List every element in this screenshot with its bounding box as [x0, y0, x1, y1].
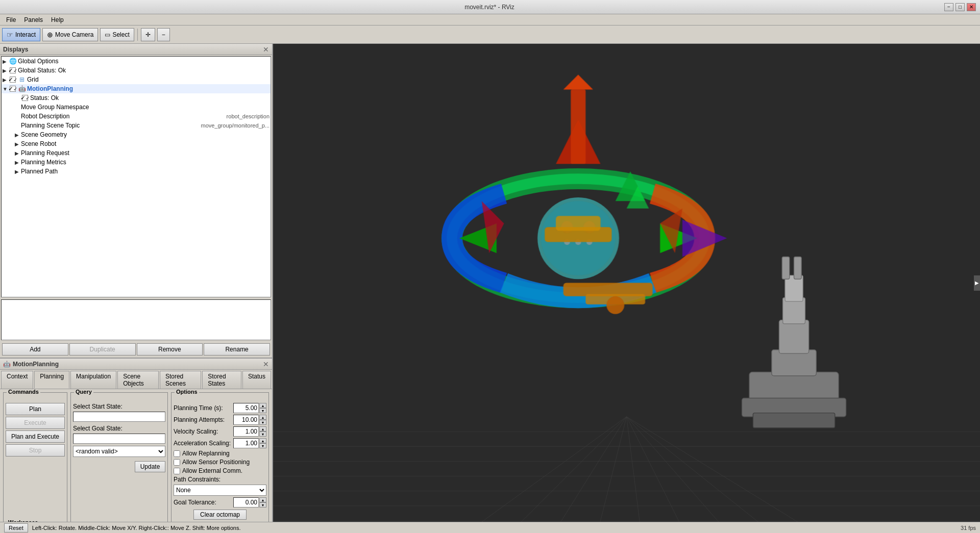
tree-item-scene-robot[interactable]: ▶ Scene Robot: [2, 139, 271, 148]
menu-panels[interactable]: Panels: [20, 15, 47, 24]
check-global-status[interactable]: ✓: [10, 67, 16, 73]
acceleration-scaling-up[interactable]: ▲: [259, 438, 266, 443]
interact-button[interactable]: ☞ Interact: [2, 28, 40, 41]
tree-label-scene-robot: Scene Robot: [21, 140, 270, 147]
window-controls[interactable]: − □ ✕: [944, 3, 976, 11]
svg-rect-42: [556, 216, 600, 231]
stop-button[interactable]: Stop: [6, 444, 65, 456]
planning-time-input[interactable]: [233, 403, 259, 413]
tree-item-planning-scene[interactable]: Planning Scene Topic move_group/monitore…: [2, 121, 271, 130]
planning-attempts-down[interactable]: ▼: [259, 420, 266, 425]
plan-button[interactable]: Plan: [6, 403, 65, 415]
tree-item-move-group-ns[interactable]: Move Group Namespace: [2, 103, 271, 112]
move-camera-button[interactable]: ⊕ Move Camera: [42, 28, 98, 41]
tree-label-grid: Grid: [27, 76, 270, 83]
minimize-button[interactable]: −: [944, 3, 953, 11]
tree-item-motionplanning[interactable]: ▼ ✓ 🤖 MotionPlanning: [2, 84, 271, 93]
tab-stored-states[interactable]: Stored States: [202, 371, 241, 389]
title-bar: moveit.rviz* - RViz − □ ✕: [0, 0, 980, 14]
velocity-scaling-input[interactable]: [233, 426, 259, 437]
select-button[interactable]: ▭ Select: [100, 28, 134, 41]
tab-status[interactable]: Status: [242, 371, 271, 389]
tree-label-robot-desc: Robot Description: [21, 113, 225, 120]
goal-state-label: Select Goal State:: [73, 425, 139, 432]
tab-context[interactable]: Context: [1, 371, 33, 389]
tree-item-scene-geom[interactable]: ▶ Scene Geometry: [2, 130, 271, 139]
random-valid-dropdown[interactable]: <random valid>: [73, 446, 165, 457]
workspace-title: Workspace: [7, 519, 40, 522]
rename-button[interactable]: Rename: [204, 343, 270, 356]
select-label: Select: [112, 31, 129, 38]
goal-state-input[interactable]: [73, 434, 165, 444]
planning-time-up[interactable]: ▲: [259, 403, 266, 408]
close-button[interactable]: ✕: [967, 3, 976, 11]
mp-panel-icon: 🤖: [3, 361, 11, 368]
tree-label-planned-path: Planned Path: [21, 168, 270, 175]
goal-tolerance-input[interactable]: [233, 497, 259, 507]
displays-panel: Displays ✕ ▶ 🌐 Global Options ▶ ✓ Global…: [0, 44, 272, 359]
add-display-button[interactable]: Add: [2, 343, 68, 356]
check-motionplanning[interactable]: ✓: [10, 86, 16, 92]
status-instructions: Left-Click: Rotate. Middle-Click: Move X…: [32, 525, 241, 531]
maximize-button[interactable]: □: [955, 3, 965, 11]
reset-button[interactable]: Reset: [4, 523, 28, 532]
duplicate-button[interactable]: Duplicate: [69, 343, 136, 356]
tree-item-planning-request[interactable]: ▶ Planning Request: [2, 148, 271, 158]
acceleration-scaling-down[interactable]: ▼: [259, 443, 266, 448]
tree-item-status-ok[interactable]: ✓ Status: Ok: [2, 93, 271, 103]
svg-rect-26: [753, 413, 835, 428]
menu-help[interactable]: Help: [47, 15, 68, 24]
tree-arrow-planning-request[interactable]: ▶: [15, 150, 21, 156]
tree-arrow-global-options[interactable]: ▶: [3, 59, 9, 64]
velocity-scaling-up[interactable]: ▲: [259, 426, 266, 432]
allow-external-comm-checkbox[interactable]: [174, 468, 180, 474]
plan-execute-button[interactable]: Plan and Execute: [6, 430, 65, 443]
tree-item-robot-desc[interactable]: Robot Description robot_description: [2, 112, 271, 121]
displays-close-icon[interactable]: ✕: [263, 45, 269, 54]
tree-arrow-planning-metrics[interactable]: ▶: [15, 160, 21, 165]
allow-replanning-checkbox[interactable]: [174, 450, 180, 457]
tab-manipulation[interactable]: Manipulation: [70, 371, 116, 389]
tree-arrow-planned-path[interactable]: ▶: [15, 169, 21, 174]
tree-item-planning-metrics[interactable]: ▶ Planning Metrics: [2, 158, 271, 167]
planning-time-label: Planning Time (s):: [174, 404, 233, 412]
clear-octomap-button[interactable]: Clear octomap: [193, 510, 247, 520]
svg-rect-20: [779, 320, 808, 353]
mp-close-icon[interactable]: ✕: [263, 360, 269, 368]
interact-label: Interact: [15, 31, 36, 38]
tree-label-planning-request: Planning Request: [21, 149, 270, 157]
tree-item-global-status[interactable]: ▶ ✓ Global Status: Ok: [2, 66, 271, 75]
velocity-scaling-down[interactable]: ▼: [259, 432, 266, 437]
tree-arrow-scene-geom[interactable]: ▶: [15, 132, 21, 138]
add-toolbar-button[interactable]: ✛: [141, 28, 155, 41]
start-state-input[interactable]: [73, 412, 165, 422]
path-constraints-select[interactable]: None: [174, 485, 266, 496]
tree-item-global-options[interactable]: ▶ 🌐 Global Options: [2, 57, 271, 66]
tab-planning[interactable]: Planning: [34, 371, 69, 389]
planning-time-down[interactable]: ▼: [259, 408, 266, 413]
minus-toolbar-button[interactable]: −: [157, 28, 170, 41]
mp-tabs: Context Planning Manipulation Scene Obje…: [0, 370, 272, 389]
tree-item-grid[interactable]: ▶ ✓ ⊞ Grid: [2, 75, 271, 84]
motionplanning-icon: 🤖: [18, 85, 26, 93]
execute-button[interactable]: Execute: [6, 417, 65, 429]
goal-tolerance-up[interactable]: ▲: [259, 497, 266, 502]
update-button[interactable]: Update: [135, 461, 165, 472]
planning-attempts-input[interactable]: [233, 415, 259, 425]
tree-item-planned-path[interactable]: ▶ Planned Path: [2, 167, 271, 176]
motionplanning-panel: 🤖 MotionPlanning ✕ Context Planning Mani…: [0, 359, 272, 522]
planning-attempts-up[interactable]: ▲: [259, 415, 266, 420]
goal-tolerance-down[interactable]: ▼: [259, 502, 266, 507]
tab-stored-scenes[interactable]: Stored Scenes: [160, 371, 201, 389]
tab-scene-objects[interactable]: Scene Objects: [117, 371, 159, 389]
viewport-side-arrow[interactable]: ▶: [974, 275, 980, 291]
menu-file[interactable]: File: [2, 15, 20, 24]
allow-sensor-positioning-checkbox[interactable]: [174, 459, 180, 466]
remove-button[interactable]: Remove: [137, 343, 203, 356]
viewport[interactable]: ▶: [273, 44, 980, 522]
check-grid[interactable]: ✓: [10, 77, 16, 83]
add-toolbar-icon: ✛: [145, 31, 151, 38]
check-status[interactable]: ✓: [22, 95, 28, 101]
acceleration-scaling-input[interactable]: [233, 438, 259, 448]
tree-arrow-scene-robot[interactable]: ▶: [15, 141, 21, 147]
